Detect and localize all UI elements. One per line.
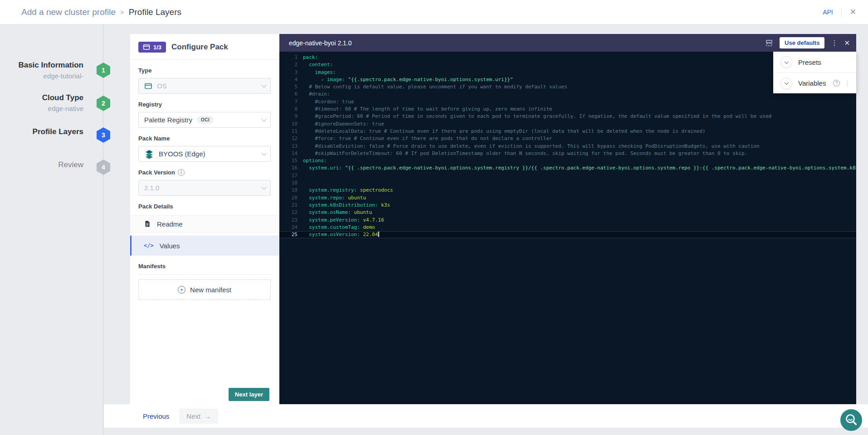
- byoos-pack-icon: [144, 149, 154, 159]
- variables-row[interactable]: Variables ? ⋮: [773, 72, 856, 93]
- code-line[interactable]: 6 #drain:: [279, 91, 856, 98]
- plus-circle-icon: +: [178, 286, 185, 294]
- next-layer-button[interactable]: Next layer: [229, 388, 269, 401]
- code-line[interactable]: 14 #skipWaitForDeleteTimeout: 60 # If po…: [279, 150, 856, 157]
- step-number: 2: [102, 100, 105, 107]
- code-line[interactable]: 11 #deleteLocalData: true # Continue eve…: [279, 128, 856, 135]
- configure-pack-panel: 1/3 Configure Pack Type OS Registry Pale…: [130, 34, 279, 404]
- step-basic-information[interactable]: Basic Information edge-tutorial-: [18, 61, 83, 80]
- variables-kebab-icon[interactable]: ⋮: [844, 80, 851, 87]
- pack-step-badge: 1/3: [138, 42, 166, 53]
- code-icon: </>: [144, 242, 154, 249]
- code-line[interactable]: 10 #ignoreDaemonSets: true: [279, 121, 856, 128]
- step-number: 1: [102, 67, 105, 74]
- oci-badge: OCI: [197, 116, 214, 124]
- manifests-label: Manifests: [138, 263, 271, 270]
- top-bar: Add a new cluster profile > Profile Laye…: [0, 0, 868, 24]
- page-title: Profile Layers: [129, 7, 181, 17]
- code-line[interactable]: 7 #cordon: true: [279, 98, 856, 106]
- next-button[interactable]: Next →: [179, 409, 218, 424]
- code-lines: 1pack:2 content:3 images:4 - image: "{{.…: [279, 54, 856, 238]
- code-line[interactable]: 25 system.osVersion: 22.04: [279, 231, 856, 238]
- code-line[interactable]: 17: [279, 172, 856, 179]
- document-icon: [144, 220, 151, 227]
- wizard-stepper: Basic Information edge-tutorial- 1 Cloud…: [0, 24, 103, 435]
- step-number: 3: [102, 131, 105, 139]
- values-editor: edge-native-byoi 2.1.0 Use defaults ⋮ ✕ …: [279, 34, 856, 404]
- registry-select[interactable]: Palette Registry OCI: [138, 112, 271, 128]
- step-title: Profile Layers: [33, 127, 83, 136]
- code-line[interactable]: 3 images:: [279, 69, 856, 76]
- pack-version-select[interactable]: 2.1.0: [138, 180, 271, 196]
- step-subtitle: edge-native: [42, 105, 83, 112]
- code-line[interactable]: 23 system.peVersion: v4.7.16: [279, 217, 856, 224]
- yaml-code-area[interactable]: 1pack:2 content:3 images:4 - image: "{{.…: [279, 52, 856, 404]
- code-line[interactable]: 20 system.repo: ubuntu: [279, 194, 856, 202]
- chevron-down-icon: [261, 184, 266, 189]
- code-line[interactable]: 8 #timeout: 60 # The length of time to w…: [279, 106, 856, 113]
- step-cloud-type[interactable]: Cloud Type edge-native: [42, 93, 83, 112]
- close-icon[interactable]: ✕: [850, 7, 856, 17]
- step-review[interactable]: Review: [58, 160, 83, 169]
- info-icon[interactable]: i: [178, 169, 185, 176]
- layers-icon: [143, 44, 150, 51]
- new-manifest-button[interactable]: + New manifest: [138, 279, 271, 300]
- code-line[interactable]: 16 system.uri: "{{ .spectro.pack.edge-na…: [279, 164, 856, 172]
- code-line[interactable]: 5 # Below config is default value, pleas…: [279, 83, 856, 91]
- code-line[interactable]: 24 system.customTag: demo: [279, 224, 856, 231]
- readme-tab[interactable]: Readme: [130, 215, 279, 232]
- values-tab-label: Values: [160, 242, 180, 250]
- registry-value: Palette Registry: [144, 116, 192, 124]
- code-line[interactable]: 18: [279, 179, 856, 187]
- type-select[interactable]: OS: [138, 78, 271, 94]
- code-line[interactable]: 2 content:: [279, 61, 856, 68]
- code-line[interactable]: 15options:: [279, 157, 856, 164]
- previous-button[interactable]: Previous: [143, 412, 169, 420]
- step-title: Basic Information: [18, 61, 83, 70]
- presets-expand-button[interactable]: [780, 56, 792, 68]
- pack-name-select[interactable]: BYOOS (Edge): [138, 146, 271, 162]
- step-indicator-4[interactable]: 4: [97, 160, 110, 175]
- pack-name-label: Pack Name: [138, 135, 271, 142]
- search-smile-icon: [840, 409, 862, 431]
- code-line[interactable]: 4 - image: "{{.spectro.pack.edge-native-…: [279, 76, 856, 83]
- step-indicator-2[interactable]: 2: [97, 96, 110, 111]
- presets-label: Presets: [798, 58, 821, 66]
- pack-version-value: 2.1.0: [144, 184, 159, 192]
- pack-name-value: BYOOS (Edge): [159, 150, 205, 158]
- pack-version-label: Pack Version i: [138, 169, 271, 176]
- code-line[interactable]: 21 system.k8sDistribution: k3s: [279, 202, 856, 209]
- values-tab[interactable]: </> Values: [130, 236, 279, 256]
- help-icon[interactable]: ?: [833, 80, 840, 87]
- editor-close-icon[interactable]: ✕: [844, 39, 850, 47]
- add-cluster-profile-page: Add a new cluster profile > Profile Laye…: [0, 0, 868, 435]
- step-indicator-1[interactable]: 1: [97, 63, 110, 78]
- step-indicator-3[interactable]: 3: [97, 127, 110, 143]
- pack-details-label: Pack Details: [138, 203, 271, 210]
- text-cursor: [378, 232, 379, 237]
- code-line[interactable]: 19 system.registry: spectrodocs: [279, 187, 856, 194]
- diff-view-icon[interactable]: [765, 39, 773, 47]
- presets-row[interactable]: Presets: [773, 52, 856, 72]
- editor-kebab-icon[interactable]: ⋮: [831, 39, 838, 47]
- breadcrumb-root[interactable]: Add a new cluster profile: [21, 7, 116, 17]
- chevron-down-icon: [261, 150, 266, 155]
- topbar-divider: [841, 8, 842, 17]
- code-line[interactable]: 22 system.osName: ubuntu: [279, 209, 856, 216]
- breadcrumb-separator: >: [120, 8, 124, 16]
- code-line[interactable]: 13 #disableEviction: false # Force drain…: [279, 143, 856, 150]
- use-defaults-button[interactable]: Use defaults: [780, 37, 824, 48]
- variables-expand-button[interactable]: [780, 77, 792, 89]
- step-number: 4: [102, 164, 105, 171]
- code-line[interactable]: 12 #force: true # Continue even if there…: [279, 135, 856, 142]
- step-profile-layers[interactable]: Profile Layers: [33, 127, 83, 136]
- help-widget-button[interactable]: [840, 409, 862, 431]
- code-line[interactable]: 1pack:: [279, 54, 856, 61]
- readme-tab-label: Readme: [157, 220, 183, 228]
- api-link[interactable]: API: [823, 9, 833, 16]
- chevron-down-icon: [261, 82, 266, 87]
- type-label: Type: [138, 67, 271, 74]
- registry-label: Registry: [138, 101, 271, 108]
- code-line[interactable]: 9 #gracePeriod: 60 # Period of time in s…: [279, 113, 856, 120]
- chevron-down-icon: [784, 80, 789, 85]
